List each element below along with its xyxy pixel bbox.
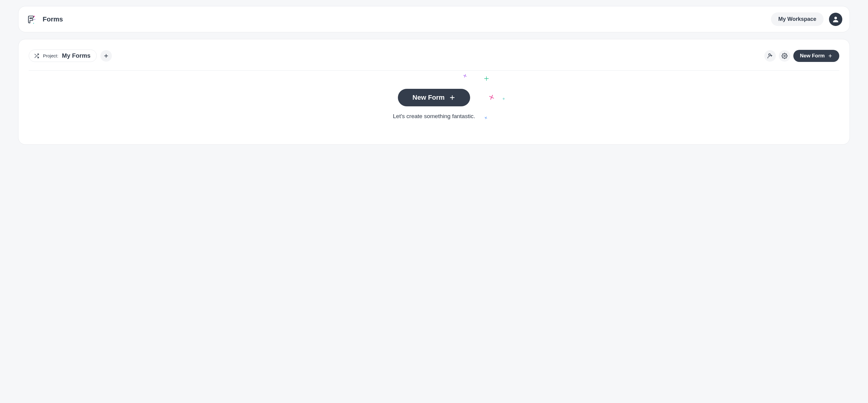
header-right: My Workspace [771, 12, 842, 26]
project-switcher[interactable]: Project: My Forms [29, 49, 97, 62]
workspace-switcher[interactable]: My Workspace [771, 12, 824, 26]
new-form-button-hero[interactable]: New Form [398, 89, 470, 106]
user-icon [832, 15, 840, 23]
svg-point-0 [834, 16, 837, 19]
empty-state: New Form Let's create something fantasti… [29, 71, 839, 132]
new-form-label: New Form [800, 53, 825, 59]
invite-user-button[interactable] [764, 50, 776, 62]
toolbar-left: Project: My Forms [29, 49, 112, 62]
project-name: My Forms [62, 52, 90, 59]
project-prefix: Project: [43, 53, 58, 58]
plus-icon [449, 94, 456, 101]
sparkle-icon [489, 94, 495, 100]
main-panel: Project: My Forms [18, 39, 850, 145]
sparkle-icon [463, 74, 467, 78]
header-left: Forms [26, 14, 63, 25]
sparkle-icon [484, 116, 488, 120]
empty-state-tagline: Let's create something fantastic. [393, 113, 475, 120]
forms-logo-icon [26, 14, 36, 25]
sparkle-icon [484, 76, 489, 81]
svg-point-6 [784, 55, 785, 57]
add-project-button[interactable] [100, 50, 112, 62]
new-form-hero-label: New Form [412, 94, 444, 101]
shuffle-icon [34, 53, 39, 59]
sparkle-icon [502, 97, 505, 100]
plus-icon [828, 54, 833, 58]
new-form-button-toolbar[interactable]: New Form [793, 50, 839, 62]
project-toolbar: Project: My Forms [29, 49, 839, 71]
workspace-label: My Workspace [778, 16, 816, 22]
plus-icon [103, 53, 109, 59]
toolbar-right: New Form [764, 50, 839, 62]
user-avatar[interactable] [829, 13, 842, 26]
gear-icon [781, 53, 787, 59]
app-logo[interactable] [26, 14, 36, 25]
settings-button[interactable] [779, 50, 790, 62]
user-plus-icon [767, 53, 773, 59]
app-header: Forms My Workspace [18, 6, 850, 32]
svg-point-3 [769, 54, 770, 55]
brand-title: Forms [43, 15, 63, 23]
